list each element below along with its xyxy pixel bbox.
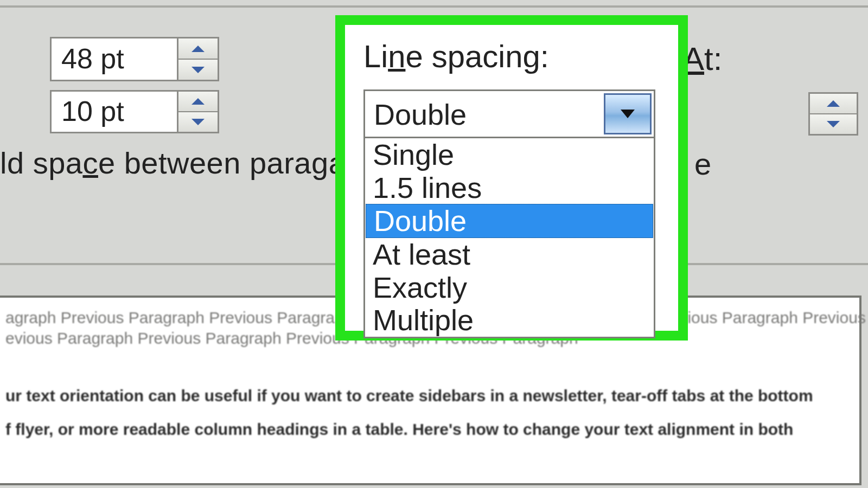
line-spacing-option-atleast[interactable]: At least [365, 238, 654, 271]
line-spacing-option-exactly[interactable]: Exactly [365, 271, 654, 304]
preview-body-line: ur text orientation can be useful if you… [5, 379, 852, 413]
svg-marker-3 [192, 119, 205, 125]
line-spacing-listbox[interactable]: Single 1.5 lines Double At least Exactly… [363, 138, 655, 338]
at-down-button[interactable] [810, 114, 857, 134]
chevron-down-icon [618, 108, 637, 119]
spacing-after-spinner[interactable]: 10 pt [50, 90, 219, 133]
line-spacing-label: Line spacing: [363, 38, 663, 74]
line-spacing-dropdown-button[interactable] [604, 93, 652, 134]
svg-marker-0 [192, 46, 205, 52]
separator-top [0, 5, 868, 8]
svg-marker-6 [621, 110, 635, 118]
spacing-before-spinner[interactable]: 48 pt [50, 37, 219, 81]
svg-marker-4 [827, 100, 840, 107]
at-label: At: [682, 40, 722, 78]
spacing-before-value: 48 pt [52, 40, 177, 78]
line-spacing-option-multiple[interactable]: Multiple [365, 304, 654, 337]
spacing-after-down-button[interactable] [178, 112, 218, 132]
spacing-after-value: 10 pt [52, 93, 177, 131]
line-spacing-combo[interactable]: Double [363, 89, 655, 138]
spacing-before-down-button[interactable] [178, 60, 218, 80]
line-spacing-highlight: Line spacing: Double Single 1.5 lines Do… [335, 15, 688, 341]
spacing-after-up-button[interactable] [178, 92, 218, 112]
svg-marker-1 [192, 67, 205, 73]
same-style-text-fragment: e [694, 146, 711, 182]
line-spacing-selected-value: Double [365, 91, 602, 137]
line-spacing-option-single[interactable]: Single [365, 138, 654, 171]
spacing-before-up-button[interactable] [178, 38, 218, 60]
at-up-button[interactable] [810, 94, 857, 114]
svg-marker-2 [192, 98, 205, 105]
svg-marker-5 [827, 121, 840, 127]
dont-add-space-label: ld space between paragap [0, 145, 363, 181]
line-spacing-option-1-5[interactable]: 1.5 lines [365, 171, 654, 204]
preview-body-line: f flyer, or more readable column heading… [5, 413, 852, 446]
at-spinner[interactable] [808, 92, 858, 136]
line-spacing-option-double[interactable]: Double [366, 204, 653, 238]
